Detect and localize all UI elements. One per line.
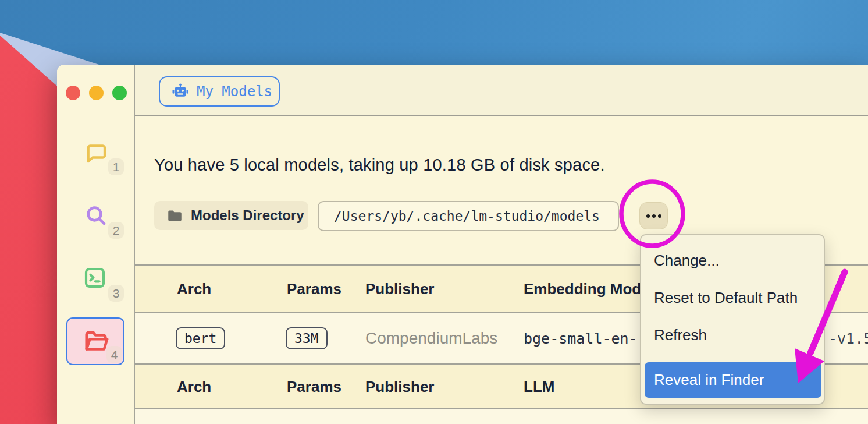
more-options-button[interactable] <box>639 202 668 229</box>
publisher-value: CompendiumLabs <box>365 329 497 348</box>
models-directory-path: /Users/yb/.cache/lm-studio/models <box>334 209 600 224</box>
sidebar-item-chat[interactable] <box>84 142 108 165</box>
chat-badge: 1 <box>108 158 124 175</box>
col-header-arch: Arch <box>177 280 211 298</box>
models-directory-label-chip: Models Directory <box>154 201 308 230</box>
models-directory-label: Models Directory <box>191 207 304 224</box>
col-header-params: Params <box>287 377 341 395</box>
chat-icon <box>84 142 108 165</box>
col-header-publisher: Publisher <box>365 280 434 298</box>
model-name-left-fragment: bge-small-en- <box>524 330 638 347</box>
col-header-llm: LLM <box>524 377 554 395</box>
minimize-window-button[interactable] <box>89 86 104 100</box>
ellipsis-icon <box>646 214 650 218</box>
terminal-badge: 3 <box>108 285 124 302</box>
model-name-right-fragment: -v1.5 <box>828 330 868 347</box>
ellipsis-icon <box>652 214 656 218</box>
menu-item-reset-to-default-path[interactable]: Reset to Default Path <box>641 280 824 316</box>
params-value: 33M <box>286 327 328 349</box>
col-header-embedding-model: Embedding Model <box>524 280 654 298</box>
folder-filled-icon <box>167 208 183 224</box>
col-header-publisher: Publisher <box>365 377 434 395</box>
col-header-params: Params <box>287 280 341 298</box>
ellipsis-icon <box>658 214 661 218</box>
my-models-label: My Models <box>197 83 272 100</box>
sidebar-item-search[interactable] <box>84 204 108 227</box>
col-header-arch: Arch <box>177 377 211 395</box>
search-icon <box>84 204 108 227</box>
zoom-window-button[interactable] <box>112 86 127 100</box>
search-badge: 2 <box>108 222 124 239</box>
sidebar-item-my-models[interactable]: 4 <box>66 317 124 365</box>
page-header: My Models <box>135 65 868 116</box>
menu-item-change[interactable]: Change... <box>641 242 824 278</box>
robot-icon <box>172 83 189 100</box>
partial-model-row <box>135 408 868 424</box>
sidebar-item-terminal[interactable] <box>83 266 106 289</box>
arch-badge: bert <box>176 331 225 346</box>
menu-item-reveal-in-finder[interactable]: Reveal in Finder <box>645 362 821 398</box>
terminal-icon <box>83 266 106 289</box>
arch-value: bert <box>176 327 225 349</box>
menu-item-refresh[interactable]: Refresh <box>641 317 824 353</box>
directory-context-menu: Change... Reset to Default Path Refresh … <box>640 234 825 405</box>
params-badge: 33M <box>286 331 328 346</box>
close-window-button[interactable] <box>66 86 80 100</box>
models-summary-text: You have 5 local models, taking up 10.18… <box>154 156 605 175</box>
sidebar: 1 2 3 4 <box>57 65 135 424</box>
models-directory-path-field[interactable]: /Users/yb/.cache/lm-studio/models <box>318 201 619 231</box>
my-models-button[interactable]: My Models <box>159 76 280 107</box>
my-models-badge: 4 <box>106 346 122 363</box>
